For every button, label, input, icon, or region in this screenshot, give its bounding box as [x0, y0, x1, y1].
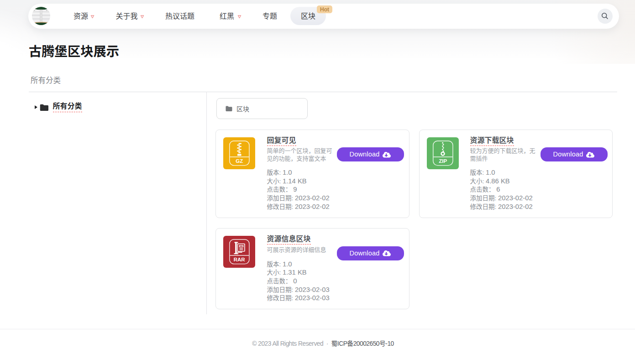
svg-text:ZIP: ZIP — [439, 158, 447, 163]
svg-text:RAR: RAR — [234, 257, 246, 262]
svg-text:GZ: GZ — [236, 158, 243, 163]
